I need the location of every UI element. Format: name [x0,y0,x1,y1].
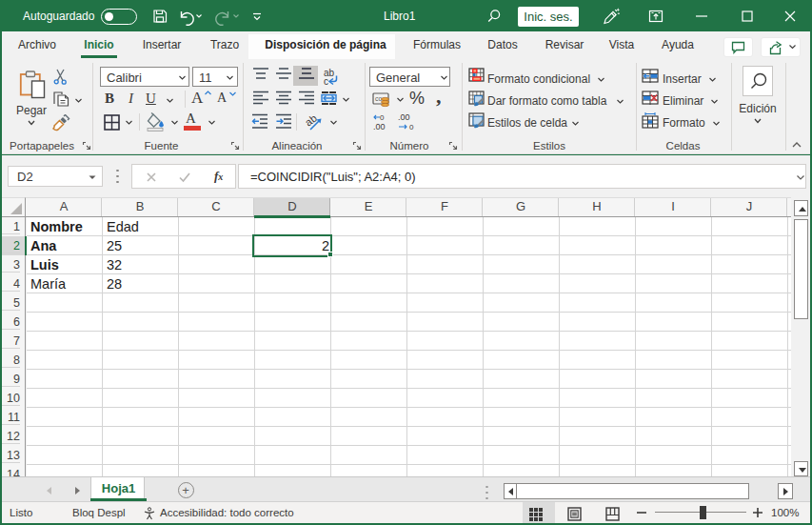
svg-text:ab: ab [304,112,319,129]
svg-text:.00: .00 [398,112,410,122]
svg-text:c: c [324,76,328,86]
svg-text:0: 0 [380,113,385,122]
svg-text:.00: .00 [373,122,386,131]
svg-text:0: 0 [409,123,414,131]
